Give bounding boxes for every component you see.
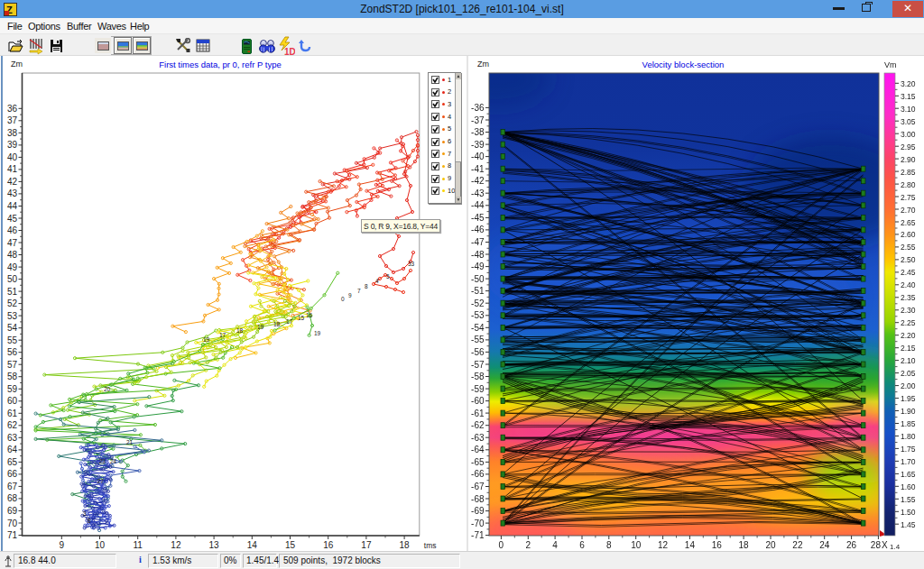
svg-text:-55: -55	[471, 335, 485, 344]
svg-text:5: 5	[386, 273, 390, 280]
svg-text:-49: -49	[471, 262, 485, 271]
svg-text:68: 68	[7, 493, 18, 503]
svg-text:52: 52	[7, 298, 18, 308]
svg-text:53: 53	[7, 311, 18, 321]
svg-text:19: 19	[314, 330, 321, 336]
svg-text:63: 63	[7, 433, 18, 443]
svg-text:28: 28	[871, 540, 882, 550]
svg-text:49: 49	[7, 262, 18, 272]
svg-text:-56: -56	[471, 347, 485, 357]
svg-text:19: 19	[203, 336, 210, 343]
svg-text:64: 64	[7, 445, 18, 454]
svg-text:42: 42	[7, 177, 18, 187]
svg-text:69: 69	[7, 506, 18, 516]
svg-text:2.30: 2.30	[901, 306, 916, 315]
svg-text:6: 6	[579, 540, 585, 550]
svg-text:1.75: 1.75	[901, 445, 916, 454]
svg-text:3.20: 3.20	[901, 79, 916, 88]
svg-text:1.60: 1.60	[901, 482, 916, 491]
svg-text:-36: -36	[471, 103, 485, 113]
svg-text:18: 18	[273, 321, 281, 327]
svg-text:47: 47	[7, 238, 18, 248]
svg-text:-57: -57	[471, 360, 485, 370]
svg-text:21: 21	[126, 439, 134, 445]
svg-text:16: 16	[306, 312, 313, 318]
svg-text:22: 22	[792, 540, 803, 550]
svg-text:18: 18	[400, 540, 411, 550]
svg-text:3.10: 3.10	[901, 105, 916, 114]
svg-text:tms: tms	[424, 541, 437, 550]
svg-text:10: 10	[631, 540, 642, 550]
svg-text:13: 13	[209, 540, 220, 550]
svg-text:-65: -65	[471, 457, 485, 467]
svg-text:4: 4	[552, 540, 558, 550]
svg-text:2.55: 2.55	[901, 243, 916, 252]
svg-text:-42: -42	[471, 176, 485, 186]
svg-text:-68: -68	[471, 494, 485, 504]
svg-text:54: 54	[7, 323, 18, 333]
svg-text:-70: -70	[471, 519, 485, 528]
svg-text:-61: -61	[471, 408, 485, 418]
svg-text:66: 66	[7, 469, 18, 479]
svg-text:2.75: 2.75	[901, 193, 916, 202]
svg-text:16: 16	[712, 540, 723, 550]
svg-text:1D: 1D	[284, 47, 295, 56]
svg-text:71: 71	[7, 530, 18, 540]
svg-text:2.80: 2.80	[901, 180, 916, 189]
svg-text:17: 17	[219, 332, 226, 338]
svg-text:-69: -69	[471, 506, 485, 516]
svg-text:-41: -41	[471, 164, 485, 174]
svg-text:X: X	[882, 540, 888, 550]
svg-text:39: 39	[7, 140, 18, 150]
svg-text:55: 55	[7, 335, 18, 345]
svg-text:67: 67	[7, 482, 18, 491]
svg-text:50: 50	[7, 274, 18, 284]
svg-text:41: 41	[7, 164, 18, 174]
svg-text:1.70: 1.70	[901, 457, 916, 466]
svg-text:2.40: 2.40	[901, 280, 916, 289]
svg-text:-40: -40	[471, 151, 485, 161]
svg-text:2.10: 2.10	[901, 356, 916, 365]
svg-text:-53: -53	[471, 310, 485, 320]
svg-text:-43: -43	[471, 188, 485, 198]
svg-text:-48: -48	[471, 250, 485, 260]
svg-text:12: 12	[171, 540, 181, 550]
svg-text:1.55: 1.55	[901, 495, 916, 504]
svg-text:-47: -47	[471, 237, 485, 247]
svg-text:0: 0	[341, 296, 345, 302]
svg-text:33: 33	[408, 261, 415, 267]
svg-text:0: 0	[499, 540, 504, 550]
svg-text:2.00: 2.00	[901, 381, 916, 390]
svg-text:-62: -62	[471, 420, 485, 430]
svg-text:-66: -66	[471, 469, 485, 479]
svg-text:1.80: 1.80	[901, 432, 916, 441]
svg-text:3.15: 3.15	[901, 92, 916, 101]
svg-text:-38: -38	[471, 127, 485, 137]
svg-text:40: 40	[7, 152, 18, 162]
svg-text:-54: -54	[471, 323, 485, 333]
svg-text:38: 38	[7, 128, 18, 138]
svg-text:58: 58	[7, 372, 18, 381]
svg-text:51: 51	[7, 287, 18, 297]
svg-text:2.95: 2.95	[901, 142, 916, 151]
svg-text:Velocity block-section: Velocity block-section	[642, 60, 725, 69]
svg-text:-64: -64	[471, 445, 485, 454]
svg-text:3.00: 3.00	[901, 130, 916, 139]
svg-text:-58: -58	[471, 372, 485, 381]
svg-text:61: 61	[7, 408, 18, 418]
svg-text:-44: -44	[471, 200, 485, 210]
svg-text:70: 70	[7, 519, 18, 528]
svg-text:1.85: 1.85	[901, 419, 916, 428]
svg-text:36: 36	[7, 104, 18, 114]
svg-text:26: 26	[846, 540, 857, 550]
svg-text:-45: -45	[471, 213, 485, 223]
svg-text:18: 18	[236, 327, 244, 334]
svg-text:2.45: 2.45	[901, 268, 916, 277]
svg-text:-37: -37	[471, 115, 485, 125]
svg-text:-59: -59	[471, 384, 485, 394]
svg-text:8: 8	[365, 283, 368, 289]
svg-text:1.50: 1.50	[901, 508, 916, 517]
svg-text:7: 7	[357, 288, 361, 294]
svg-text:2.20: 2.20	[901, 331, 916, 340]
svg-text:15: 15	[285, 540, 296, 550]
